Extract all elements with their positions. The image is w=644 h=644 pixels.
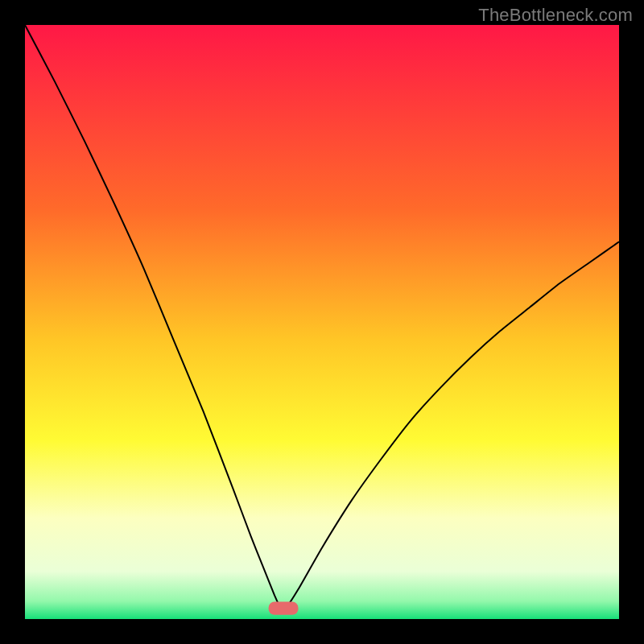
gradient-background	[25, 25, 619, 619]
bottleneck-chart	[25, 25, 619, 619]
watermark-text: TheBottleneck.com	[478, 5, 633, 26]
chart-frame: TheBottleneck.com	[0, 0, 644, 644]
minimum-marker	[269, 602, 299, 615]
